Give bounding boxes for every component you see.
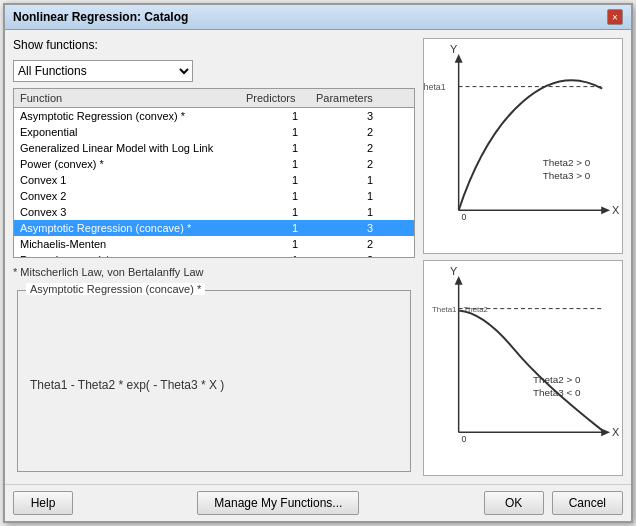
table-row[interactable]: Generalized Linear Model with Log Link 1…: [14, 140, 414, 156]
cell-predictors: 1: [260, 109, 330, 123]
cell-function: Power (convex) *: [18, 157, 260, 171]
svg-text:Theta3 > 0: Theta3 > 0: [543, 170, 591, 181]
svg-text:0: 0: [462, 434, 467, 444]
help-button[interactable]: Help: [13, 491, 73, 515]
table-row[interactable]: Convex 3 1 1: [14, 204, 414, 220]
dialog-body: Show functions: All Functions Function P…: [5, 30, 631, 484]
graph-top-svg: Y X Theta1 0 Theta2 > 0 Theta3 > 0: [424, 39, 622, 253]
cell-parameters: 3: [330, 221, 410, 235]
cell-parameters: 2: [330, 141, 410, 155]
cell-predictors: 1: [260, 157, 330, 171]
cell-predictors: 1: [260, 237, 330, 251]
svg-text:X: X: [612, 426, 620, 438]
graph-bottom: Y X Theta1 - Theta2 0 Theta2 > 0 Theta3 …: [423, 260, 623, 476]
svg-text:0: 0: [462, 212, 467, 222]
formula-legend: Asymptotic Regression (concave) *: [26, 283, 205, 295]
left-panel: Show functions: All Functions Function P…: [13, 38, 415, 476]
cell-function: Asymptotic Regression (convex) *: [18, 109, 260, 123]
cell-function: Convex 1: [18, 173, 260, 187]
cell-function: Generalized Linear Model with Log Link: [18, 141, 260, 155]
cell-parameters: 1: [330, 205, 410, 219]
col-predictors: Predictors: [244, 91, 314, 105]
table-body: Asymptotic Regression (convex) * 1 3 Exp…: [14, 108, 414, 257]
svg-text:Theta2 > 0: Theta2 > 0: [543, 157, 591, 168]
ok-cancel-group: OK Cancel: [484, 491, 623, 515]
cell-predictors: 1: [260, 125, 330, 139]
formula-text: Theta1 - Theta2 * exp( - Theta3 * X ): [30, 378, 224, 392]
graphs-wrapper: Y X Theta1 0 Theta2 > 0 Theta3 > 0: [423, 38, 623, 476]
table-header: Function Predictors Parameters: [14, 89, 414, 108]
cell-parameters: 2: [330, 125, 410, 139]
svg-text:Theta1 - Theta2: Theta1 - Theta2: [432, 305, 488, 314]
table-row[interactable]: Exponential 1 2: [14, 124, 414, 140]
table-row[interactable]: Convex 1 1 1: [14, 172, 414, 188]
ok-button[interactable]: OK: [484, 491, 544, 515]
close-button[interactable]: ×: [607, 9, 623, 25]
table-row[interactable]: Convex 2 1 1: [14, 188, 414, 204]
function-table: Function Predictors Parameters Asymptoti…: [13, 88, 415, 258]
cell-function: Asymptotic Regression (concave) *: [18, 221, 260, 235]
center-buttons: Manage My Functions...: [197, 491, 359, 515]
functions-dropdown[interactable]: All Functions: [13, 60, 193, 82]
cell-parameters: 3: [330, 109, 410, 123]
show-functions-label: Show functions:: [13, 38, 415, 52]
cell-parameters: 2: [330, 253, 410, 257]
cell-function: Convex 2: [18, 189, 260, 203]
cell-function: Michaelis-Menten: [18, 237, 260, 251]
svg-text:Theta2 > 0: Theta2 > 0: [533, 374, 581, 385]
cell-predictors: 1: [260, 189, 330, 203]
right-panel: Y X Theta1 0 Theta2 > 0 Theta3 > 0: [423, 38, 623, 476]
svg-marker-13: [455, 276, 463, 285]
cancel-button[interactable]: Cancel: [552, 491, 623, 515]
cell-parameters: 2: [330, 237, 410, 251]
cell-predictors: 1: [260, 141, 330, 155]
cell-predictors: 1: [260, 253, 330, 257]
manage-button[interactable]: Manage My Functions...: [197, 491, 359, 515]
cell-parameters: 1: [330, 173, 410, 187]
footnote: * Mitscherlich Law, von Bertalanffy Law: [13, 264, 415, 280]
cell-parameters: 1: [330, 189, 410, 203]
dialog-title: Nonlinear Regression: Catalog: [13, 10, 188, 24]
svg-marker-3: [601, 206, 610, 214]
formula-content: Theta1 - Theta2 * exp( - Theta3 * X ): [18, 291, 410, 471]
graph-bottom-svg: Y X Theta1 - Theta2 0 Theta2 > 0 Theta3 …: [424, 261, 622, 475]
cell-function: Power (concave) *: [18, 253, 260, 257]
svg-text:Y: Y: [450, 265, 458, 277]
svg-text:X: X: [612, 204, 620, 216]
svg-text:Theta3 < 0: Theta3 < 0: [533, 387, 581, 398]
svg-text:Y: Y: [450, 43, 458, 55]
svg-text:Theta1: Theta1: [424, 82, 446, 92]
cell-predictors: 1: [260, 205, 330, 219]
svg-marker-2: [455, 54, 463, 63]
table-row[interactable]: Power (convex) * 1 2: [14, 156, 414, 172]
table-row[interactable]: Power (concave) * 1 2: [14, 252, 414, 257]
dropdown-container: All Functions: [13, 60, 415, 82]
formula-box: Asymptotic Regression (concave) * Theta1…: [17, 290, 411, 472]
graph-top: Y X Theta1 0 Theta2 > 0 Theta3 > 0: [423, 38, 623, 254]
col-parameters: Parameters: [314, 91, 394, 105]
title-bar: Nonlinear Regression: Catalog ×: [5, 5, 631, 30]
table-row[interactable]: Michaelis-Menten 1 2: [14, 236, 414, 252]
cell-function: Exponential: [18, 125, 260, 139]
cell-predictors: 1: [260, 173, 330, 187]
cell-function: Convex 3: [18, 205, 260, 219]
bottom-bar: Help Manage My Functions... OK Cancel: [5, 484, 631, 521]
table-row[interactable]: Asymptotic Regression (convex) * 1 3: [14, 108, 414, 124]
cell-parameters: 2: [330, 157, 410, 171]
cell-predictors: 1: [260, 221, 330, 235]
dialog-container: Nonlinear Regression: Catalog × Show fun…: [3, 3, 633, 523]
table-row[interactable]: Asymptotic Regression (concave) * 1 3: [14, 220, 414, 236]
col-function: Function: [18, 91, 244, 105]
